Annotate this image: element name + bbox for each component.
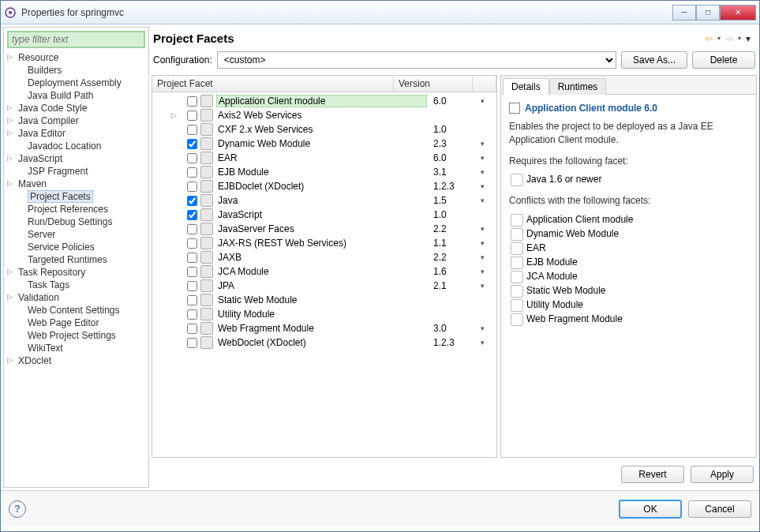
facet-checkbox[interactable] bbox=[187, 295, 197, 305]
facet-checkbox[interactable] bbox=[187, 182, 197, 192]
nav-item-maven[interactable]: Maven bbox=[7, 178, 145, 190]
menu-icon[interactable]: ▾ bbox=[746, 33, 751, 44]
nav-item-wikitext[interactable]: WikiText bbox=[7, 342, 145, 354]
facet-checkbox[interactable] bbox=[187, 324, 197, 334]
version-dropdown-icon[interactable]: ▾ bbox=[481, 239, 496, 247]
nav-item-project-facets[interactable]: Project Facets bbox=[7, 190, 145, 203]
tab-details[interactable]: Details bbox=[503, 78, 549, 95]
nav-item-task-tags[interactable]: Task Tags bbox=[7, 279, 145, 291]
version-dropdown-icon[interactable]: ▾ bbox=[481, 140, 496, 148]
table-row[interactable]: Dynamic Web Module2.3▾ bbox=[152, 137, 496, 151]
facet-checkbox[interactable] bbox=[187, 338, 197, 348]
facet-checkbox[interactable] bbox=[187, 153, 197, 163]
nav-item-java-code-style[interactable]: Java Code Style bbox=[7, 102, 145, 114]
forward-menu-icon[interactable]: ▾ bbox=[738, 35, 741, 42]
minimize-button[interactable]: ─ bbox=[672, 5, 696, 21]
table-row[interactable]: EAR6.0▾ bbox=[152, 151, 496, 165]
table-row[interactable]: JPA2.1▾ bbox=[152, 279, 496, 293]
help-icon[interactable]: ? bbox=[9, 500, 26, 518]
close-button[interactable]: ✕ bbox=[720, 5, 756, 21]
facet-checkbox[interactable] bbox=[187, 125, 197, 135]
version-dropdown-icon[interactable]: ▾ bbox=[481, 268, 496, 275]
nav-item-xdoclet[interactable]: XDoclet bbox=[7, 354, 145, 367]
version-dropdown-icon[interactable]: ▾ bbox=[481, 97, 496, 105]
nav-item-run-debug-settings[interactable]: Run/Debug Settings bbox=[7, 215, 145, 228]
table-row[interactable]: CXF 2.x Web Services1.0 bbox=[152, 122, 496, 137]
version-dropdown-icon[interactable]: ▾ bbox=[481, 182, 496, 190]
nav-item-web-project-settings[interactable]: Web Project Settings bbox=[7, 329, 145, 342]
col-facet[interactable]: Project Facet bbox=[152, 76, 394, 92]
nav-item-builders[interactable]: Builders bbox=[7, 64, 145, 77]
table-row[interactable]: Utility Module bbox=[152, 307, 496, 321]
facet-name: Java bbox=[216, 195, 427, 206]
nav-item-server[interactable]: Server bbox=[7, 228, 145, 241]
nav-item-javascript[interactable]: JavaScript bbox=[7, 152, 145, 165]
version-dropdown-icon[interactable]: ▾ bbox=[481, 282, 496, 290]
table-row[interactable]: JAXB2.2▾ bbox=[152, 250, 496, 264]
table-row[interactable]: WebDoclet (XDoclet)1.2.3▾ bbox=[152, 335, 496, 350]
cancel-button[interactable]: Cancel bbox=[688, 500, 751, 518]
col-version[interactable]: Version bbox=[394, 76, 473, 92]
nav-item-jsp-fragment[interactable]: JSP Fragment bbox=[7, 165, 145, 178]
table-row[interactable]: JavaServer Faces2.2▾ bbox=[152, 222, 496, 236]
facet-checkbox[interactable] bbox=[187, 238, 197, 249]
nav-item-javadoc-location[interactable]: Javadoc Location bbox=[7, 140, 145, 152]
nav-item-java-compiler[interactable]: Java Compiler bbox=[7, 114, 145, 127]
nav-item-project-references[interactable]: Project References bbox=[7, 203, 145, 215]
revert-button[interactable]: Revert bbox=[621, 466, 684, 483]
version-dropdown-icon[interactable]: ▾ bbox=[481, 225, 496, 233]
nav-item-task-repository[interactable]: Task Repository bbox=[7, 266, 145, 279]
version-dropdown-icon[interactable]: ▾ bbox=[481, 168, 496, 176]
facet-checkbox[interactable] bbox=[187, 196, 197, 206]
filter-input[interactable] bbox=[7, 31, 145, 48]
nav-item-web-content-settings[interactable]: Web Content Settings bbox=[7, 304, 145, 317]
table-row[interactable]: EJBDoclet (XDoclet)1.2.3▾ bbox=[152, 179, 496, 193]
nav-item-deployment-assembly[interactable]: Deployment Assembly bbox=[7, 77, 145, 89]
facet-checkbox[interactable] bbox=[187, 111, 197, 121]
facet-checkbox[interactable] bbox=[187, 139, 197, 149]
table-row[interactable]: Web Fragment Module3.0▾ bbox=[152, 321, 496, 335]
facet-name: JPA bbox=[216, 280, 427, 291]
table-row[interactable]: Application Client module6.0▾ bbox=[152, 94, 496, 108]
ok-button[interactable]: OK bbox=[619, 500, 682, 519]
facet-checkbox[interactable] bbox=[187, 309, 197, 320]
table-row[interactable]: JCA Module1.6▾ bbox=[152, 264, 496, 279]
facet-checkbox[interactable] bbox=[187, 96, 197, 107]
nav-item-java-editor[interactable]: Java Editor bbox=[7, 127, 145, 140]
nav-item-web-page-editor[interactable]: Web Page Editor bbox=[7, 317, 145, 329]
expand-icon[interactable]: ▷ bbox=[171, 111, 177, 119]
back-menu-icon[interactable]: ▾ bbox=[717, 35, 721, 42]
table-row[interactable]: ▷Axis2 Web Services bbox=[152, 108, 496, 122]
nav-item-validation[interactable]: Validation bbox=[7, 291, 145, 304]
back-icon[interactable]: ⇦ bbox=[705, 33, 713, 44]
apply-button[interactable]: Apply bbox=[691, 466, 754, 483]
maximize-button[interactable]: □ bbox=[696, 5, 720, 21]
version-dropdown-icon[interactable]: ▾ bbox=[481, 339, 496, 347]
forward-icon[interactable]: ⇨ bbox=[725, 33, 733, 44]
facet-checkbox[interactable] bbox=[187, 224, 197, 234]
version-dropdown-icon[interactable]: ▾ bbox=[481, 154, 496, 162]
facet-checkbox[interactable] bbox=[187, 267, 197, 277]
nav-item-service-policies[interactable]: Service Policies bbox=[7, 241, 145, 253]
nav-item-java-build-path[interactable]: Java Build Path bbox=[7, 89, 145, 102]
facet-checkbox[interactable] bbox=[187, 281, 197, 291]
nav-item-resource[interactable]: Resource bbox=[7, 51, 145, 64]
facet-checkbox[interactable] bbox=[187, 210, 197, 220]
version-dropdown-icon[interactable]: ▾ bbox=[481, 324, 496, 332]
table-row[interactable]: Static Web Module bbox=[152, 293, 496, 307]
delete-button[interactable]: Delete bbox=[692, 51, 755, 69]
facet-checkbox[interactable] bbox=[187, 253, 197, 263]
facet-version: 1.0 bbox=[430, 209, 477, 220]
configuration-select[interactable]: <custom> bbox=[217, 51, 616, 69]
table-row[interactable]: EJB Module3.1▾ bbox=[152, 165, 496, 179]
table-row[interactable]: JAX-RS (REST Web Services)1.1▾ bbox=[152, 236, 496, 250]
nav-item-targeted-runtimes[interactable]: Targeted Runtimes bbox=[7, 253, 145, 266]
table-row[interactable]: JavaScript1.0 bbox=[152, 208, 496, 222]
facet-checkbox[interactable] bbox=[187, 167, 197, 178]
table-row[interactable]: Java1.5▾ bbox=[152, 193, 496, 208]
version-dropdown-icon[interactable]: ▾ bbox=[481, 197, 496, 204]
version-dropdown-icon[interactable]: ▾ bbox=[481, 253, 496, 261]
tab-runtimes[interactable]: Runtimes bbox=[549, 78, 607, 95]
facet-icon bbox=[200, 137, 213, 150]
saveas-button[interactable]: Save As... bbox=[621, 51, 687, 69]
